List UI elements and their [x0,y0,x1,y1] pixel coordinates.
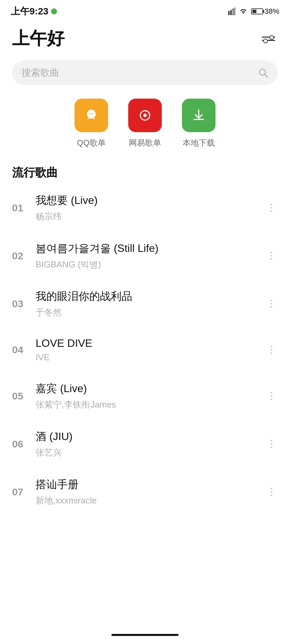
song-title: 我想要 (Live) [36,193,264,208]
song-artist: 张紫宁,李铁衔James [36,399,264,411]
time-text: 上午9:23 [11,5,48,18]
song-artist: 新地,xxxmiracle [36,495,264,506]
song-number: 01 [12,202,36,214]
song-info: 봄여름가을겨울 (Still Life) BIGBANG (빅뱅) [36,241,264,270]
song-title: 搭讪手册 [36,477,264,492]
svg-rect-0 [228,11,230,15]
battery-icon [251,8,263,14]
song-item-06[interactable]: 06 酒 (JIU) 张艺兴 [12,420,278,468]
svg-line-5 [265,74,268,77]
more-dot-3 [271,258,272,260]
song-title: 嘉宾 (Live) [36,381,264,396]
more-dot-2 [271,395,272,397]
filter-line-1 [262,37,275,38]
shortcuts-section: QQ歌单 网易歌单 本地下载 [0,95,290,158]
song-item-05[interactable]: 05 嘉宾 (Live) 张紫宁,李铁衔James [12,372,278,420]
qq-icon [83,107,100,124]
more-button[interactable] [264,437,278,451]
netease-icon [136,107,154,124]
more-dot-1 [271,346,272,347]
svg-point-8 [92,113,93,114]
battery-indicator: 38% [251,7,279,16]
more-dot-3 [271,306,272,308]
status-bar: 上午9:23 38% [0,0,290,20]
battery-text: 38% [264,7,279,16]
song-info: 酒 (JIU) 张艺兴 [36,429,264,459]
song-artist: 于冬然 [36,307,264,318]
song-number: 04 [12,344,36,356]
more-dot-3 [271,353,272,354]
more-button[interactable] [264,389,278,403]
shortcut-qq[interactable]: QQ歌单 [75,99,108,148]
more-dot-1 [271,440,272,441]
song-title: 酒 (JIU) [36,429,264,444]
wy-icon-circle [128,99,162,132]
shortcut-netease[interactable]: 网易歌单 [128,99,162,148]
search-bar[interactable]: 搜索歌曲 [12,60,278,85]
search-icon [258,67,269,78]
song-title: LOVE DIVE [36,337,264,350]
page-title: 上午好 [12,27,64,50]
song-info: 我的眼泪你的战利品 于冬然 [36,289,264,318]
shortcut-download[interactable]: 本地下载 [182,99,215,148]
more-dot-2 [271,303,272,305]
section-title: 流行歌曲 [0,158,290,184]
song-number: 02 [12,250,36,262]
song-info: 我想要 (Live) 杨宗纬 [36,193,264,222]
more-dot-3 [271,446,272,448]
svg-rect-3 [234,8,236,15]
download-icon [191,107,207,123]
status-icons: 38% [228,7,279,16]
song-artist: BIGBANG (빅뱅) [36,259,264,270]
song-info: LOVE DIVE IVE [36,337,264,363]
search-placeholder: 搜索歌曲 [21,66,252,79]
more-dot-1 [271,300,272,301]
more-button[interactable] [264,249,278,263]
song-artist: IVE [36,352,264,363]
more-dot-2 [271,443,272,445]
song-item-02[interactable]: 02 봄여름가을겨울 (Still Life) BIGBANG (빅뱅) [12,232,278,280]
svg-rect-1 [230,10,232,15]
song-info: 嘉宾 (Live) 张紫宁,李铁衔James [36,381,264,411]
svg-point-10 [143,114,147,117]
song-list: 01 我想要 (Live) 杨宗纬 02 봄여름가을겨울 (Still Life… [0,184,290,516]
netease-label: 网易歌单 [129,138,161,148]
song-artist: 杨宗纬 [36,211,264,222]
more-dot-3 [271,494,272,496]
more-dot-3 [271,210,272,212]
dl-icon-circle [182,99,215,132]
home-indicator [111,634,179,636]
song-info: 搭讪手册 新地,xxxmiracle [36,477,264,506]
song-number: 07 [12,486,36,498]
song-item-04[interactable]: 04 LOVE DIVE IVE [12,328,278,372]
more-dot-1 [271,204,272,205]
more-dot-2 [271,491,272,493]
song-item-07[interactable]: 07 搭讪手册 新地,xxxmiracle [12,468,278,516]
more-dot-1 [271,392,272,393]
more-dot-2 [271,207,272,209]
more-dot-3 [271,398,272,400]
song-item-03[interactable]: 03 我的眼泪你的战利品 于冬然 [12,280,278,328]
download-label: 本地下载 [183,138,215,148]
filter-icon [262,37,275,41]
song-title: 我的眼泪你的战利品 [36,289,264,304]
qq-icon-circle [75,99,108,132]
more-dot-1 [271,252,272,253]
more-dot-1 [271,488,272,489]
status-dot-icon [51,8,57,14]
more-button[interactable] [264,297,278,311]
more-button[interactable] [264,485,278,499]
svg-rect-2 [232,9,234,15]
song-item-01[interactable]: 01 我想要 (Live) 杨宗纬 [12,184,278,232]
song-number: 06 [12,438,36,450]
svg-point-7 [89,113,91,114]
search-input-wrap[interactable]: 搜索歌曲 [12,60,278,85]
more-button[interactable] [264,343,278,357]
more-button[interactable] [264,201,278,215]
wifi-icon [239,8,248,15]
header: 上午好 [0,20,290,57]
filter-line-2 [262,40,275,41]
filter-button[interactable] [259,29,278,48]
song-title: 봄여름가을겨울 (Still Life) [36,241,264,256]
signal-icon [228,8,236,15]
